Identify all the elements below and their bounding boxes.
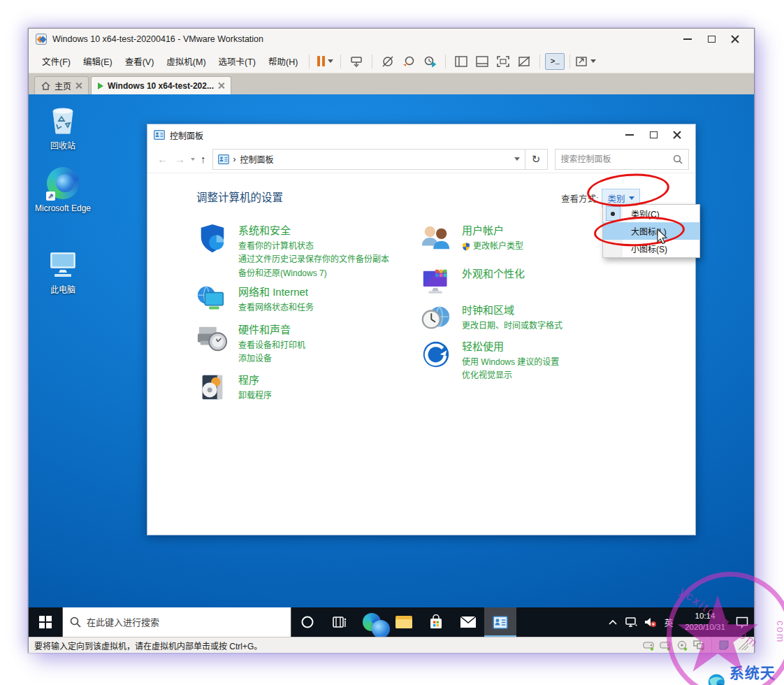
cp-search-box[interactable] bbox=[555, 149, 690, 170]
edge-icon bbox=[363, 613, 381, 631]
menu-edit[interactable]: 编辑(E) bbox=[77, 51, 119, 71]
action-center-icon[interactable] bbox=[732, 607, 751, 637]
category-link[interactable]: 添加设备 bbox=[238, 352, 305, 366]
user-accounts-icon bbox=[420, 222, 452, 254]
taskbar-search-box[interactable] bbox=[62, 607, 291, 637]
category-title[interactable]: 时钟和区域 bbox=[462, 302, 562, 317]
category-title[interactable]: 网络和 Internet bbox=[238, 284, 314, 298]
cp-maximize-button[interactable] bbox=[641, 127, 665, 143]
device-indicators bbox=[643, 638, 748, 652]
category-link[interactable]: 使用 Windows 建议的设置 bbox=[462, 356, 559, 369]
tray-clock[interactable]: 10:14 2020/10/31 bbox=[678, 611, 732, 633]
stretch-guest-icon bbox=[575, 56, 588, 67]
task-view-button[interactable] bbox=[324, 607, 356, 637]
tab-home-close-icon[interactable] bbox=[75, 82, 82, 89]
category-link[interactable]: 卸载程序 bbox=[238, 389, 272, 403]
taskbar-search-input[interactable] bbox=[87, 617, 284, 628]
vmware-maximize-button[interactable] bbox=[699, 31, 723, 47]
taskbar-edge-button[interactable] bbox=[356, 607, 388, 637]
recent-pages-caret-icon[interactable] bbox=[191, 158, 195, 161]
vmware-window-title: Windows 10 x64-test-20200416 - VMware Wo… bbox=[52, 34, 263, 44]
category-link[interactable]: 备份和还原(Windows 7) bbox=[238, 267, 389, 280]
breadcrumb-item-control-panel[interactable]: 控制面板 bbox=[240, 153, 274, 165]
category-link[interactable]: 查看设备和打印机 bbox=[238, 339, 305, 352]
desktop-icon-label: 此电脑 bbox=[30, 283, 96, 295]
up-icon[interactable]: ↑ bbox=[197, 153, 210, 165]
category-ease-of-access: 轻松使用 使用 Windows 建议的设置 优化视觉显示 bbox=[420, 338, 645, 383]
address-dropdown-caret-icon[interactable] bbox=[514, 157, 520, 161]
breadcrumb[interactable]: › 控制面板 bbox=[212, 149, 525, 170]
forward-icon[interactable]: → bbox=[171, 153, 189, 165]
fullscreen-button[interactable] bbox=[493, 52, 514, 71]
vmware-close-button[interactable] bbox=[723, 31, 747, 47]
category-title[interactable]: 硬件和声音 bbox=[238, 322, 305, 336]
vmware-minimize-button[interactable] bbox=[676, 31, 699, 47]
tab-vm[interactable]: Windows 10 x64-test-202... bbox=[91, 76, 231, 94]
menu-vm[interactable]: 虚拟机(M) bbox=[160, 51, 212, 71]
cp-close-button[interactable] bbox=[665, 127, 689, 143]
volume-muted-icon[interactable] bbox=[641, 607, 660, 637]
take-snapshot-icon bbox=[382, 55, 394, 68]
unity-mode-button[interactable] bbox=[514, 52, 535, 71]
network-adapter-icon[interactable] bbox=[693, 640, 705, 651]
taskbar-explorer-button[interactable] bbox=[388, 607, 420, 637]
category-title[interactable]: 轻松使用 bbox=[462, 338, 559, 353]
resize-grip[interactable] bbox=[739, 640, 748, 650]
tab-home[interactable]: 主页 bbox=[34, 76, 89, 94]
pause-vm-button[interactable] bbox=[314, 52, 335, 71]
back-icon[interactable]: ← bbox=[154, 153, 171, 165]
category-link[interactable]: 查看你的计算机状态 bbox=[238, 240, 389, 253]
category-link[interactable]: 查看网络状态和任务 bbox=[238, 301, 314, 315]
category-title[interactable]: 用户帐户 bbox=[462, 222, 523, 237]
control-panel-titlebar: 控制面板 bbox=[147, 124, 695, 145]
snapshot-manager-button[interactable] bbox=[419, 52, 440, 71]
shortcut-arrow-icon: ↗ bbox=[46, 192, 55, 201]
menu-file[interactable]: 文件(F) bbox=[36, 51, 77, 71]
show-thumbnail-bar-button[interactable] bbox=[472, 52, 493, 71]
taskbar-control-panel-button[interactable] bbox=[484, 607, 516, 637]
show-library-button[interactable] bbox=[451, 52, 472, 71]
control-panel-icon bbox=[218, 154, 229, 164]
network-icon[interactable] bbox=[622, 607, 641, 637]
desktop-icon-edge[interactable]: ↗ Microsoft Edge bbox=[30, 167, 96, 213]
console-view-button[interactable]: >_ bbox=[545, 53, 565, 70]
message-note-icon[interactable] bbox=[718, 640, 729, 651]
revert-snapshot-button[interactable] bbox=[398, 52, 419, 71]
desktop-icon-label: 回收站 bbox=[30, 139, 96, 151]
menu-view[interactable]: 查看(V) bbox=[119, 51, 161, 71]
ime-indicator[interactable]: 英 bbox=[660, 607, 678, 637]
free-stretch-button[interactable] bbox=[575, 52, 596, 71]
refresh-button[interactable]: ↻ bbox=[525, 149, 548, 170]
category-title[interactable]: 程序 bbox=[238, 372, 272, 387]
show-library-icon bbox=[455, 56, 467, 67]
menu-help[interactable]: 帮助(H) bbox=[262, 51, 304, 71]
menu-tabs[interactable]: 选项卡(T) bbox=[212, 51, 262, 71]
tray-chevron-up-icon[interactable] bbox=[603, 607, 622, 637]
category-link[interactable]: 更改帐户类型 bbox=[462, 240, 523, 253]
task-view-icon bbox=[333, 616, 347, 628]
take-snapshot-button[interactable] bbox=[377, 52, 398, 71]
cortana-icon bbox=[300, 615, 314, 629]
cp-search-input[interactable] bbox=[561, 154, 674, 164]
category-title[interactable]: 外观和个性化 bbox=[462, 266, 525, 280]
category-title[interactable]: 系统和安全 bbox=[238, 222, 389, 237]
cortana-button[interactable] bbox=[291, 607, 324, 637]
desktop-icon-recycle-bin[interactable]: 回收站 bbox=[30, 103, 96, 151]
hard-disk-icon[interactable] bbox=[660, 640, 672, 651]
vm-guest-screen: 回收站 ↗ Microsoft Edge 此电 bbox=[29, 94, 754, 637]
start-button[interactable] bbox=[29, 607, 62, 637]
taskbar-store-button[interactable] bbox=[420, 607, 452, 637]
statusbar-hint: 要将输入定向到该虚拟机，请在虚拟机内部单击或按 Ctrl+G。 bbox=[34, 640, 262, 651]
send-ctrl-alt-del-button[interactable] bbox=[346, 52, 367, 71]
category-link[interactable]: 通过文件历史记录保存你的文件备份副本 bbox=[238, 253, 389, 266]
systx-brand-name: 系统天地 bbox=[729, 661, 784, 685]
this-pc-icon bbox=[46, 247, 80, 280]
category-link[interactable]: 优化视觉显示 bbox=[462, 369, 559, 382]
taskbar-mail-button[interactable] bbox=[452, 607, 484, 637]
category-link[interactable]: 更改日期、时间或数字格式 bbox=[462, 319, 562, 333]
desktop-icon-this-pc[interactable]: 此电脑 bbox=[30, 247, 96, 295]
cd-rom-icon[interactable] bbox=[676, 640, 688, 651]
tab-vm-close-icon[interactable] bbox=[218, 82, 224, 89]
cp-minimize-button[interactable] bbox=[618, 127, 641, 143]
hard-disk-icon[interactable] bbox=[643, 640, 655, 651]
